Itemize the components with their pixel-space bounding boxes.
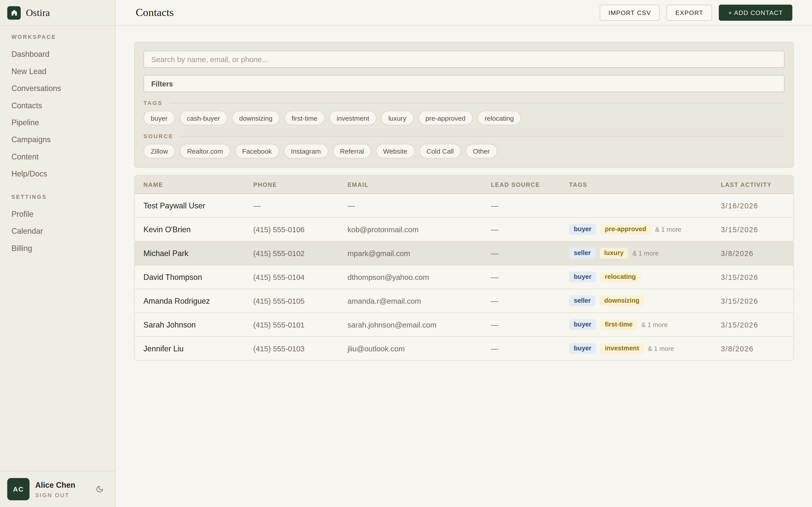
avatar: AC (7, 478, 30, 500)
cell-email: jliu@outlook.com (347, 344, 491, 353)
filters-label: Filters (151, 79, 173, 88)
cell-lead-source: — (491, 273, 569, 281)
header-actions: IMPORT CSV EXPORT + ADD CONTACT (600, 5, 792, 20)
sidebar-item-pipeline[interactable]: Pipeline (11, 118, 104, 127)
table-row[interactable]: Kevin O'Brien(415) 555-0106kob@protonmai… (135, 218, 794, 241)
source-filter-chip-realtor-com[interactable]: Realtor.com (180, 144, 231, 158)
cell-phone: (415) 555-0102 (253, 249, 347, 258)
cell-name: David Thompson (143, 273, 253, 282)
source-filter-chip-instagram[interactable]: Instagram (284, 144, 328, 158)
cell-email: — (347, 202, 491, 210)
cell-tags: buyerinvestment& 1 more (569, 343, 721, 354)
column-header-lead-source: LEAD SOURCE (491, 181, 569, 187)
tags-group-header: TAGS (143, 100, 784, 106)
table-row[interactable]: Sarah Johnson(415) 555-0101sarah.johnson… (135, 313, 794, 337)
cell-last-activity: 3/15/2026 (721, 273, 794, 281)
cell-lead-source: — (491, 202, 569, 210)
user-name: Alice Chen (35, 481, 75, 489)
filters-bar[interactable]: Filters (143, 75, 784, 92)
sidebar-item-billing[interactable]: Billing (11, 244, 104, 252)
cell-last-activity: 3/8/2026 (721, 249, 794, 258)
tag-filter-chip-relocating[interactable]: relocating (477, 111, 521, 125)
table-row[interactable]: Jennifer Liu(415) 555-0103jliu@outlook.c… (135, 337, 794, 360)
tag-filter-chip-buyer[interactable]: buyer (143, 111, 175, 125)
import-csv-button[interactable]: IMPORT CSV (600, 5, 660, 20)
tag-filter-chip-luxury[interactable]: luxury (381, 111, 414, 125)
cell-phone: (415) 555-0103 (253, 344, 347, 353)
tags-chip-row: buyercash-buyerdownsizingfirst-timeinves… (143, 111, 784, 125)
column-header-tags: TAGS (569, 181, 721, 187)
tag-more-count: & 1 more (648, 345, 674, 352)
cell-lead-source: — (491, 344, 569, 353)
column-header-email: EMAIL (347, 181, 491, 187)
page-header: Contacts IMPORT CSV EXPORT + ADD CONTACT (115, 0, 812, 26)
source-filter-chip-facebook[interactable]: Facebook (235, 144, 279, 158)
cell-email: dthompson@yahoo.com (347, 273, 491, 281)
search-input[interactable] (143, 51, 784, 68)
tag-badge-buyer: buyer (569, 320, 596, 330)
brand-logo (7, 6, 21, 19)
cell-phone: — (253, 202, 347, 210)
tags-group-label: TAGS (143, 100, 162, 106)
main-area: Contacts IMPORT CSV EXPORT + ADD CONTACT… (115, 0, 812, 507)
tag-badge-luxury: luxury (600, 248, 628, 259)
table-row[interactable]: Amanda Rodriguez(415) 555-0105amanda.r@e… (135, 289, 794, 313)
sidebar-item-content[interactable]: Content (11, 153, 104, 161)
cell-lead-source: — (491, 321, 569, 329)
cell-last-activity: 3/15/2026 (721, 225, 794, 234)
cell-tags: sellerluxury& 1 more (569, 248, 721, 259)
cell-last-activity: 3/8/2026 (721, 344, 794, 353)
source-group-header: SOURCE (143, 133, 784, 139)
sidebar-item-profile[interactable]: Profile (11, 210, 104, 219)
source-filter-chip-website[interactable]: Website (376, 144, 415, 158)
sidebar-item-dashboard[interactable]: Dashboard (11, 50, 104, 59)
tag-badge-seller: seller (569, 295, 595, 306)
cell-last-activity: 3/16/2026 (721, 202, 794, 210)
sidebar-item-new-lead[interactable]: New Lead (11, 67, 104, 75)
sidebar-item-calendar[interactable]: Calendar (11, 227, 104, 235)
page-title: Contacts (136, 6, 174, 19)
cell-name: Sarah Johnson (143, 320, 253, 329)
tag-filter-chip-investment[interactable]: investment (329, 111, 376, 125)
source-chip-row: ZillowRealtor.comFacebookInstagramReferr… (143, 144, 784, 158)
tag-badge-relocating: relocating (600, 272, 641, 282)
tags-divider (170, 103, 784, 103)
tag-badge-buyer: buyer (569, 272, 596, 282)
export-button[interactable]: EXPORT (667, 5, 712, 20)
sidebar-item-help-docs[interactable]: Help/Docs (11, 170, 104, 178)
cell-tags: buyerrelocating (569, 272, 721, 282)
sign-out-button[interactable]: SIGN OUT (35, 492, 75, 498)
tag-filter-chip-first-time[interactable]: first-time (285, 111, 325, 125)
add-contact-button[interactable]: + ADD CONTACT (719, 5, 793, 20)
cell-email: mpark@gmail.com (347, 249, 491, 258)
cell-tags: sellerdownsizing (569, 295, 721, 306)
sidebar-item-contacts[interactable]: Contacts (11, 101, 104, 110)
content: Filters TAGS buyercash-buyerdownsizingfi… (115, 26, 812, 360)
cell-last-activity: 3/15/2026 (721, 297, 794, 305)
cell-phone: (415) 555-0105 (253, 297, 347, 305)
tag-filter-chip-downsizing[interactable]: downsizing (232, 111, 280, 125)
tag-more-count: & 1 more (632, 250, 659, 257)
filter-panel: Filters TAGS buyercash-buyerdownsizingfi… (134, 42, 794, 168)
source-filter-chip-other[interactable]: Other (466, 144, 497, 158)
cell-name: Jennifer Liu (143, 344, 253, 353)
brand-name: Ostira (26, 7, 50, 18)
source-filter-chip-referral[interactable]: Referral (333, 144, 371, 158)
tag-badge-pre-approved: pre-approved (600, 224, 651, 235)
brand-row: Ostira (0, 0, 115, 26)
tag-filter-chip-cash-buyer[interactable]: cash-buyer (180, 111, 227, 125)
table-row[interactable]: Michael Park(415) 555-0102mpark@gmail.co… (135, 241, 794, 266)
cell-phone: (415) 555-0101 (253, 321, 347, 329)
cell-email: sarah.johnson@email.com (347, 321, 491, 329)
table-row[interactable]: David Thompson(415) 555-0104dthompson@ya… (135, 266, 794, 289)
dark-mode-toggle[interactable] (96, 485, 104, 493)
table-row[interactable]: Test Paywall User———3/16/2026 (135, 194, 794, 218)
source-filter-chip-cold-call[interactable]: Cold Call (419, 144, 461, 158)
sidebar-nav: WORKSPACEDashboardNew LeadConversationsC… (0, 26, 115, 261)
sidebar-item-conversations[interactable]: Conversations (11, 84, 104, 93)
cell-lead-source: — (491, 297, 569, 305)
cell-last-activity: 3/15/2026 (721, 321, 794, 329)
source-filter-chip-zillow[interactable]: Zillow (143, 144, 175, 158)
sidebar-item-campaigns[interactable]: Campaigns (11, 135, 104, 144)
tag-filter-chip-pre-approved[interactable]: pre-approved (418, 111, 473, 125)
